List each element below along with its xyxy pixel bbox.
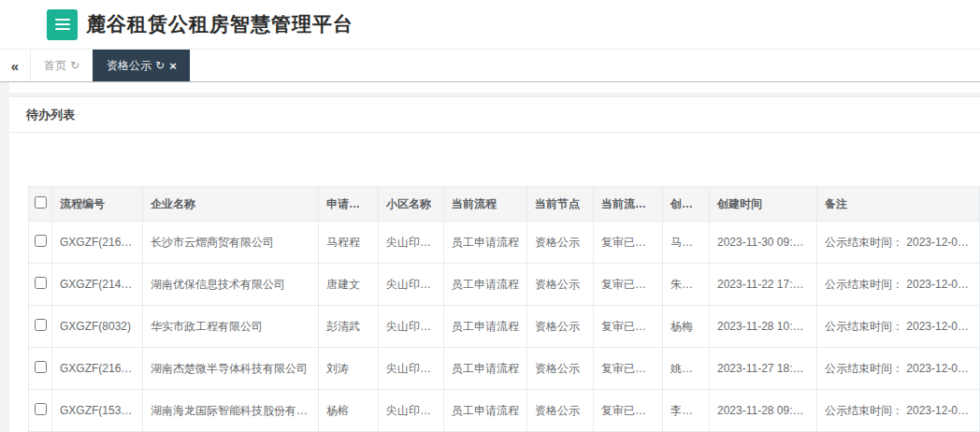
table-row: GXGZF(21613) 湖南杰楚微半导体科技有限公司 刘涛 尖山印象1栋 员工… (29, 348, 980, 390)
row-checkbox[interactable] (35, 319, 47, 331)
page-content: 待办列表 流程编号 企业名称 申请姓名 (0, 82, 980, 432)
row-checkbox[interactable] (35, 403, 47, 415)
spacer (9, 82, 980, 93)
cell-current-process: 员工申请流程 (444, 264, 527, 306)
cell-current-node: 资格公示 (527, 222, 594, 264)
tab-qualification-publicity[interactable]: 资格公示 ↻ × (93, 50, 190, 81)
refresh-icon[interactable]: ↻ (70, 59, 79, 72)
table-row: GXGZF(21651) 长沙市云熠商贸有限公司 马程程 尖山印象1栋 员工申请… (29, 222, 980, 264)
col-header-company-name: 企业名称 (143, 187, 319, 222)
tab-label: 资格公示 (107, 58, 151, 74)
cell-create-time: 2023-11-28 09:48:58 (710, 390, 817, 432)
cell-applicant-name: 马程程 (319, 222, 379, 264)
refresh-icon[interactable]: ↻ (155, 59, 165, 72)
cell-current-node: 资格公示 (527, 264, 594, 306)
cell-company-name: 华实市政工程有限公司 (143, 306, 319, 348)
collapse-tabs-button[interactable]: « (0, 50, 30, 81)
cell-create-time: 2023-11-27 18:19:12 (710, 348, 817, 390)
cell-process-status: 复审已通过 (594, 222, 663, 264)
cell-community-name: 尖山印象1栋 (379, 390, 444, 432)
cell-process-status: 复审已通过 (594, 264, 663, 306)
cell-process-id: GXGZF(15305) (52, 390, 143, 432)
row-select-cell (29, 306, 52, 348)
row-checkbox[interactable] (35, 235, 47, 247)
app-header: 麓谷租赁公租房智慧管理平台 (0, 0, 980, 49)
cell-current-node: 资格公示 (527, 348, 594, 390)
cell-company-name: 湖南海龙国际智能科技股份有限公司 (143, 390, 319, 432)
row-checkbox[interactable] (35, 277, 47, 289)
table-row: GXGZF(8032) 华实市政工程有限公司 彭清武 尖山印象1栋 员工申请流程… (29, 306, 980, 348)
col-header-current-node: 当前节点 (527, 187, 594, 222)
cell-company-name: 湖南优保信息技术有限公司 (143, 264, 319, 306)
tab-bar: « 首页 ↻ 资格公示 ↻ × (0, 49, 980, 82)
cell-create-time: 2023-11-28 10:27:04 (710, 306, 817, 348)
col-header-current-process: 当前流程 (444, 187, 527, 222)
page-title: 麓谷租赁公租房智慧管理平台 (86, 11, 353, 37)
table-header: 流程编号 企业名称 申请姓名 小区名称 当前流程 当前节点 当前流程状态 创建人… (29, 187, 980, 222)
table-row: GXGZF(15305) 湖南海龙国际智能科技股份有限公司 杨榕 尖山印象1栋 … (29, 390, 980, 432)
cell-community-name: 尖山印象1栋 (379, 264, 444, 306)
menu-toggle-button[interactable] (47, 9, 78, 40)
panel-title: 待办列表 (26, 107, 75, 123)
cell-applicant-name: 杨榕 (319, 390, 379, 432)
select-all-checkbox[interactable] (35, 196, 47, 209)
hamburger-menu-icon (55, 23, 70, 25)
row-select-cell (29, 390, 52, 432)
cell-applicant-name: 唐建文 (319, 264, 379, 306)
cell-remark: 公示结束时间： 2023-12-07 13:31:09 (817, 390, 980, 432)
col-header-process-id: 流程编号 (52, 187, 143, 222)
cell-remark: 公示结束时间： 2023-12-07 13:31:42 (817, 306, 980, 348)
cell-process-id: GXGZF(21613) (52, 348, 143, 390)
cell-process-status: 复审已通过 (594, 348, 663, 390)
table-header-row: 流程编号 企业名称 申请姓名 小区名称 当前流程 当前节点 当前流程状态 创建人… (29, 187, 980, 222)
cell-current-process: 员工申请流程 (444, 348, 527, 390)
row-select-cell (29, 264, 52, 306)
todo-panel-body: 流程编号 企业名称 申请姓名 小区名称 当前流程 当前节点 当前流程状态 创建人… (9, 133, 980, 432)
cell-process-id: GXGZF(21651) (52, 222, 143, 264)
double-chevron-left-icon: « (11, 58, 19, 74)
col-header-remark: 备注 (817, 187, 980, 222)
cell-remark: 公示结束时间： 2023-12-07 15:23:58 (817, 222, 980, 264)
cell-creator: 朱岸奇 (663, 264, 710, 306)
close-tab-icon[interactable]: × (169, 59, 177, 73)
col-header-community-name: 小区名称 (379, 187, 444, 222)
col-header-applicant-name: 申请姓名 (319, 187, 379, 222)
cell-process-status: 复审已通过 (594, 306, 663, 348)
cell-applicant-name: 刘涛 (319, 348, 379, 390)
row-select-cell (29, 348, 52, 390)
cell-community-name: 尖山印象1栋 (379, 222, 444, 264)
row-checkbox[interactable] (35, 361, 47, 373)
cell-process-status: 复审已通过 (594, 390, 663, 432)
cell-current-process: 员工申请流程 (444, 222, 527, 264)
cell-applicant-name: 彭清武 (319, 306, 379, 348)
todo-table: 流程编号 企业名称 申请姓名 小区名称 当前流程 当前节点 当前流程状态 创建人… (28, 186, 980, 432)
cell-remark: 公示结束时间： 2023-12-07 13:31:19 (817, 348, 980, 390)
cell-company-name: 湖南杰楚微半导体科技有限公司 (143, 348, 319, 390)
select-all-cell (29, 187, 52, 222)
cell-creator: 马程程 (663, 222, 710, 264)
cell-creator: 杨梅 (663, 306, 710, 348)
cell-creator: 姚宇曙 (663, 348, 710, 390)
col-header-process-status: 当前流程状态 (594, 187, 663, 222)
table-row: GXGZF(21471) 湖南优保信息技术有限公司 唐建文 尖山印象1栋 员工申… (29, 264, 980, 306)
cell-community-name: 尖山印象1栋 (379, 348, 444, 390)
cell-process-id: GXGZF(8032) (52, 306, 143, 348)
cell-current-process: 员工申请流程 (444, 306, 527, 348)
cell-remark: 公示结束时间： 2023-12-07 13:34:30 (817, 264, 980, 306)
tab-label: 首页 (44, 58, 66, 74)
table-body: GXGZF(21651) 长沙市云熠商贸有限公司 马程程 尖山印象1栋 员工申请… (29, 222, 980, 432)
cell-current-node: 资格公示 (527, 390, 594, 432)
tab-home[interactable]: 首页 ↻ (30, 50, 93, 81)
row-select-cell (29, 222, 52, 264)
cell-community-name: 尖山印象1栋 (379, 306, 444, 348)
col-header-creator: 创建人 (663, 187, 710, 222)
todo-panel: 待办列表 流程编号 企业名称 申请姓名 (9, 96, 980, 432)
col-header-create-time: 创建时间 (710, 187, 817, 222)
cell-create-time: 2023-11-30 09:40:34 (710, 222, 817, 264)
cell-create-time: 2023-11-22 17:46:56 (710, 264, 817, 306)
cell-company-name: 长沙市云熠商贸有限公司 (143, 222, 319, 264)
cell-process-id: GXGZF(21471) (52, 264, 143, 306)
cell-creator: 李佳洁 (663, 390, 710, 432)
cell-current-process: 员工申请流程 (444, 390, 527, 432)
todo-panel-header: 待办列表 (9, 97, 980, 133)
